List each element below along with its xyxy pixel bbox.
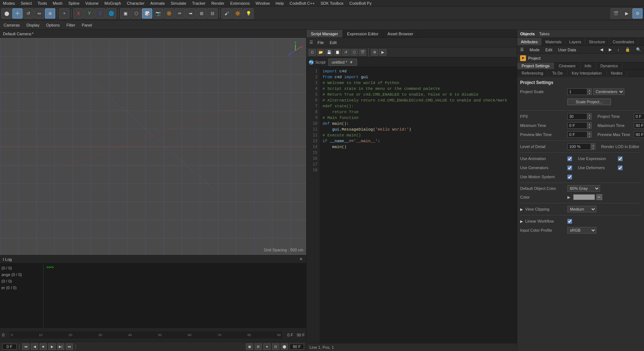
- render-active-btn[interactable]: 🎬: [611, 8, 621, 19]
- timeline-track[interactable]: 0 10 20 30 40 50 60 70 80 90: [9, 331, 282, 339]
- viewport-3d-btn[interactable]: 🎲: [142, 8, 152, 19]
- menu-codebolt-cpp[interactable]: CodeBolt C++: [288, 1, 316, 5]
- viewport-render-btn[interactable]: 🔆: [164, 8, 174, 19]
- viewport-canvas[interactable]: X Y Z Grid Spacing :: [0, 38, 306, 255]
- axis-y-btn[interactable]: Y: [84, 8, 94, 19]
- menu-tracker[interactable]: Tracker: [191, 1, 207, 5]
- viewport-frame-btn[interactable]: ▣: [120, 8, 130, 19]
- viewport-edit-btn[interactable]: ✏: [175, 8, 185, 19]
- world-space-btn[interactable]: 🌐: [106, 8, 116, 19]
- preview-min-up[interactable]: ▲: [587, 131, 592, 135]
- toolbar-filter[interactable]: Filter: [64, 22, 77, 28]
- menu-character[interactable]: Character: [125, 1, 146, 5]
- code-editor[interactable]: 12345 678910 1112131415 161718 import c4…: [307, 67, 517, 343]
- max-time-input[interactable]: [634, 122, 644, 129]
- attr-up-btn[interactable]: ↑: [616, 48, 621, 52]
- attr-forward-btn[interactable]: ▶: [607, 47, 613, 52]
- attr-hamburger-btn[interactable]: ☰: [519, 47, 525, 52]
- lod-down[interactable]: ▼: [591, 147, 595, 150]
- use-deformers-checkbox[interactable]: [618, 165, 623, 170]
- default-obj-color-select[interactable]: 60% Gray Custom: [567, 185, 600, 192]
- tab-script-manager[interactable]: Script Manager: [307, 30, 343, 37]
- preview-min-down[interactable]: ▼: [587, 135, 592, 138]
- toolbar-display[interactable]: Display: [24, 22, 42, 28]
- viewport-cam-btn[interactable]: 📷: [153, 8, 163, 19]
- fps-up[interactable]: ▲: [587, 113, 592, 116]
- use-generators-checkbox[interactable]: [567, 165, 572, 170]
- use-animation-checkbox[interactable]: [567, 156, 572, 161]
- view-clipping-select[interactable]: Medium Small Large: [567, 206, 596, 212]
- menu-extensions[interactable]: Extensions: [229, 1, 251, 5]
- tab-expression-editor[interactable]: Expression Editor: [343, 30, 383, 37]
- mode-object-btn[interactable]: ⬤: [1, 8, 12, 19]
- attr-search-btn[interactable]: 🔍: [635, 47, 643, 52]
- menu-tools[interactable]: Tools: [36, 1, 49, 5]
- script-settings-btn[interactable]: ⚙: [371, 49, 378, 56]
- script-tab-close[interactable]: ▼: [349, 60, 354, 65]
- project-scale-unit-select[interactable]: Centimeters Meters Millimeters: [593, 88, 624, 95]
- attr-tab-attributes[interactable]: Attributes: [517, 38, 542, 45]
- transport-stop-btn[interactable]: ■: [40, 343, 47, 350]
- mode-transform-btn[interactable]: ⊕: [45, 8, 55, 19]
- viewport-grid-btn[interactable]: ⊞: [197, 8, 207, 19]
- console-close-btn[interactable]: ✕: [298, 257, 303, 262]
- mode-plus-btn[interactable]: ＋: [59, 8, 69, 19]
- attr-tab-materials[interactable]: Materials: [542, 38, 566, 45]
- transport-next-btn[interactable]: ▶|: [57, 343, 64, 350]
- viewport-snap-btn[interactable]: ⊟: [207, 8, 218, 19]
- transport-icon-3[interactable]: ●: [263, 343, 271, 350]
- project-time-input[interactable]: [634, 113, 644, 120]
- project-scale-up[interactable]: ▲: [587, 88, 592, 92]
- attr-back-btn[interactable]: ◀: [599, 47, 604, 52]
- toolbar-options[interactable]: Options: [44, 22, 62, 28]
- script-new-btn[interactable]: 🗋: [309, 49, 316, 56]
- menu-codebolt-py[interactable]: CodeBolt Py: [348, 1, 373, 5]
- transport-icon-1[interactable]: ▣: [246, 343, 253, 350]
- input-color-profile-select[interactable]: sRGB Linear: [567, 227, 596, 234]
- use-motion-checkbox[interactable]: [567, 175, 572, 179]
- script-save-as-btn[interactable]: 📋: [334, 49, 341, 56]
- paint-btn[interactable]: 🖌: [222, 8, 232, 19]
- tab-asset-browser[interactable]: Asset Browser: [383, 30, 418, 37]
- mode-select-btn[interactable]: ✛: [12, 8, 23, 19]
- axis-z-btn[interactable]: Z: [95, 8, 105, 19]
- menu-animate[interactable]: Animate: [149, 1, 166, 5]
- attr-tab-layers[interactable]: Layers: [566, 38, 585, 45]
- color-picker-btn[interactable]: ✏: [596, 194, 602, 200]
- render-settings-btn[interactable]: ⚙: [632, 8, 643, 19]
- attr-tab-structure[interactable]: Structure: [585, 38, 609, 45]
- menu-simulate[interactable]: Simulate: [169, 1, 188, 5]
- color-expand-arrow[interactable]: ▶: [567, 195, 570, 200]
- project-scale-down[interactable]: ▼: [587, 92, 592, 95]
- transport-play-btn[interactable]: ▶: [48, 343, 56, 350]
- transport-icon-5[interactable]: ⬤: [281, 343, 288, 350]
- menu-modes[interactable]: Modes: [1, 1, 16, 5]
- menu-select[interactable]: Select: [19, 1, 33, 5]
- subtab-referencing[interactable]: Referencing: [517, 70, 548, 77]
- mode-scale-btn[interactable]: ⇔: [34, 8, 44, 19]
- use-expression-checkbox[interactable]: [618, 156, 623, 161]
- min-time-down[interactable]: ▼: [587, 125, 592, 129]
- subtab-info[interactable]: Info: [580, 63, 596, 69]
- scale-project-btn[interactable]: Scale Project...: [567, 99, 611, 105]
- min-time-up[interactable]: ▲: [587, 122, 592, 125]
- menu-spline[interactable]: Spline: [67, 1, 81, 5]
- script-file-menu[interactable]: File: [315, 40, 326, 45]
- linear-workflow-checkbox[interactable]: [567, 219, 572, 224]
- menu-mesh[interactable]: Mesh: [51, 1, 64, 5]
- script-hamburger-btn[interactable]: ☰: [309, 40, 314, 45]
- preview-max-input[interactable]: [634, 131, 644, 138]
- attr-lock-btn[interactable]: 🔒: [624, 47, 632, 52]
- script-revert-btn[interactable]: ↺: [342, 49, 349, 56]
- menu-window[interactable]: Window: [254, 1, 271, 5]
- transport-icon-2[interactable]: ⊞: [255, 343, 262, 350]
- subtab-cineware[interactable]: Cineware: [554, 63, 580, 69]
- attr-mode-menu[interactable]: Mode: [528, 48, 541, 52]
- script-run-btn[interactable]: ▶: [379, 49, 386, 56]
- menu-sdk-toolbox[interactable]: SDK Toolbox: [319, 1, 345, 5]
- transport-prev-btn[interactable]: ◀: [31, 343, 38, 350]
- color-swatch[interactable]: [573, 194, 595, 200]
- attr-tab-coordinates[interactable]: Coordinates: [609, 38, 638, 45]
- menu-help[interactable]: Help: [274, 1, 285, 5]
- script-edit-menu[interactable]: Edit: [328, 40, 339, 45]
